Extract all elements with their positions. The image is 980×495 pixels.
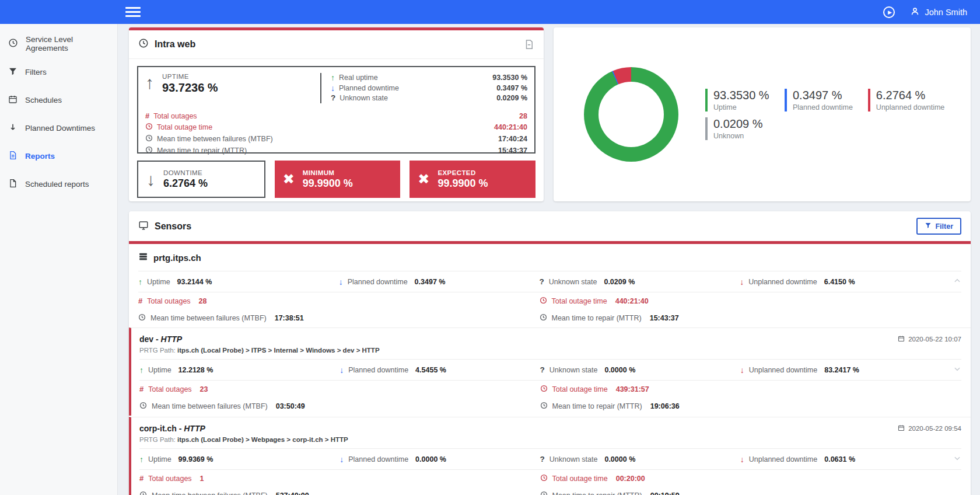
total-outage-time-row: Total outage time 440:21:40 xyxy=(145,123,527,132)
legend-unknown: 0.0209 % Unknown xyxy=(705,117,769,140)
x-icon: ✖ xyxy=(283,171,295,187)
clock-icon xyxy=(145,146,153,155)
clock-icon xyxy=(139,491,147,495)
sidebar-item-planned-downtimes[interactable]: Planned Downtimes xyxy=(0,114,117,142)
menu-icon[interactable] xyxy=(125,5,141,19)
question-mark-icon: ? xyxy=(331,93,335,102)
sensor-date: 2020-05-22 10:07 xyxy=(898,335,961,343)
sensor-type: HTTP xyxy=(161,334,183,344)
chevron-down-icon[interactable] xyxy=(953,365,961,375)
uptime-value: 93.7236 % xyxy=(162,81,218,95)
group-name: prtg.itps.ch xyxy=(153,253,201,263)
arrow-down-icon xyxy=(8,123,18,134)
user-icon xyxy=(910,6,920,18)
downtime-box: ↓ DOWNTIME 6.2764 % xyxy=(137,161,265,198)
clock-icon xyxy=(138,38,149,51)
sensor-outage-rows: #Total outages23 Total outage time439:31… xyxy=(139,381,961,414)
sensors-card: Sensors Filter prtg.itps.ch ↑Uptime93.21… xyxy=(129,211,971,495)
sensor-name: corp-it.ch xyxy=(139,424,177,433)
sensor-row-dev: dev - HTTP 2020-05-22 10:07 PRTG Path: i… xyxy=(129,327,971,416)
minimum-box: ✖ MINIMUM 99.9900 % xyxy=(275,161,401,198)
filter-button[interactable]: Filter xyxy=(916,218,961,235)
file-icon xyxy=(8,179,18,190)
hash-icon: # xyxy=(138,297,142,305)
question-mark-icon: ? xyxy=(540,365,545,374)
chevron-down-icon[interactable] xyxy=(953,454,961,465)
calendar-icon xyxy=(8,95,18,106)
sensor-row-corp-it: corp-it.ch - HTTP 2020-05-22 09:54 PRTG … xyxy=(129,417,971,495)
chevron-up-icon[interactable] xyxy=(953,277,961,287)
server-icon xyxy=(138,252,148,263)
calendar-icon xyxy=(898,424,905,433)
chart-legend: 93.3530 % Uptime 0.3497 % Planned downti… xyxy=(705,89,944,140)
hash-icon: # xyxy=(139,385,144,393)
expected-box: ✖ EXPECTED 99.9900 % xyxy=(410,161,536,198)
user-name: John Smith xyxy=(925,8,967,17)
sensor-outage-rows: #Total outages1 Total outage time00:20:0… xyxy=(139,470,961,495)
group-outage-rows: #Total outages28 Total outage time440:21… xyxy=(138,292,961,326)
planned-downtime-row: ↓ Planned downtime 0.3497 % xyxy=(331,83,527,93)
sensor-stats-row: ↑Uptime12.2128 % ↓Planned downtime4.5455… xyxy=(139,360,961,380)
clock-icon xyxy=(145,123,153,132)
arrow-down-icon: ↓ xyxy=(340,365,344,375)
clock-icon xyxy=(540,491,548,495)
arrow-up-icon: ↑ xyxy=(145,73,154,103)
legend-planned-downtime: 0.3497 % Planned downtime xyxy=(785,89,853,111)
arrow-up-icon: ↑ xyxy=(331,73,335,82)
sidebar-item-filters[interactable]: Filters xyxy=(0,58,117,86)
clock-icon xyxy=(540,313,547,323)
divider xyxy=(320,73,321,103)
sensor-path: PRTG Path: itps.ch (Local Probe) > Webpa… xyxy=(139,436,961,448)
uptime-chart-card: 93.3530 % Uptime 0.3497 % Planned downti… xyxy=(554,27,971,201)
clock-icon xyxy=(540,297,547,306)
sensor-date: 2020-05-22 09:54 xyxy=(898,424,961,433)
sensors-title: Sensors xyxy=(155,221,191,232)
sidebar-item-label: Service Level Agreements xyxy=(26,35,109,53)
sensor-stats-row: ↑Uptime99.9369 % ↓Planned downtime0.0000… xyxy=(139,449,961,469)
arrow-down-icon: ↓ xyxy=(340,455,344,464)
filter-icon xyxy=(8,67,18,78)
arrow-down-icon: ↓ xyxy=(740,277,744,287)
main-content: Intra web ↑ UPTIME 93.7236 % xyxy=(118,24,980,495)
calendar-icon xyxy=(898,335,905,343)
uptime-summary-box: ↑ UPTIME 93.7236 % ↑ Real uptime 93. xyxy=(137,66,536,154)
arrow-down-icon: ↓ xyxy=(331,83,335,93)
sla-summary-card: Intra web ↑ UPTIME 93.7236 % xyxy=(129,27,544,201)
question-mark-icon: ? xyxy=(540,455,545,463)
sensor-path: PRTG Path: itps.ch (Local Probe) > ITPS … xyxy=(139,347,961,359)
arrow-up-icon: ↑ xyxy=(138,277,142,287)
legend-uptime: 93.3530 % Uptime xyxy=(705,89,769,111)
clock-icon xyxy=(138,313,146,323)
uptime-label: UPTIME xyxy=(162,73,218,80)
real-uptime-row: ↑ Real uptime 93.3530 % xyxy=(331,73,527,82)
clock-icon xyxy=(145,134,153,144)
sidebar-item-service-level-agreements[interactable]: Service Level Agreements xyxy=(0,30,117,58)
top-bar: ▶ John Smith xyxy=(0,0,980,24)
donut-hole xyxy=(598,82,664,147)
sidebar-item-scheduled-reports[interactable]: Scheduled reports xyxy=(0,170,117,198)
donut-chart xyxy=(584,67,678,162)
arrow-down-icon: ↓ xyxy=(146,170,155,189)
sidebar-item-label: Filters xyxy=(25,68,47,76)
arrow-down-icon: ↓ xyxy=(339,277,343,287)
document-icon xyxy=(8,151,18,162)
sidebar-item-label: Reports xyxy=(25,152,55,161)
user-menu[interactable]: John Smith xyxy=(910,6,967,18)
sensor-type: HTTP xyxy=(184,424,205,433)
arrow-up-icon: ↑ xyxy=(139,455,144,464)
arrow-down-icon: ↓ xyxy=(740,365,744,375)
sidebar-item-reports[interactable]: Reports xyxy=(0,142,117,170)
clock-icon xyxy=(540,474,548,483)
hash-icon: # xyxy=(139,474,144,483)
mttr-row: Mean time to repair (MTTR) 15:43:37 xyxy=(145,146,527,155)
sensor-group-section: prtg.itps.ch ↑Uptime93.2144 % ↓Planned d… xyxy=(129,244,971,326)
report-document-icon[interactable] xyxy=(524,39,534,50)
unknown-state-row: ? Unknown state 0.0209 % xyxy=(331,93,527,102)
mtbf-row: Mean time between failures (MTBF) 17:40:… xyxy=(145,134,527,144)
sensor-name: dev xyxy=(139,334,153,344)
arrow-up-icon: ↑ xyxy=(139,365,144,375)
play-circle-icon[interactable]: ▶ xyxy=(883,6,895,18)
total-outages-row: # Total outages 28 xyxy=(145,111,527,120)
sidebar-item-schedules[interactable]: Schedules xyxy=(0,86,117,114)
clock-icon xyxy=(540,385,548,394)
